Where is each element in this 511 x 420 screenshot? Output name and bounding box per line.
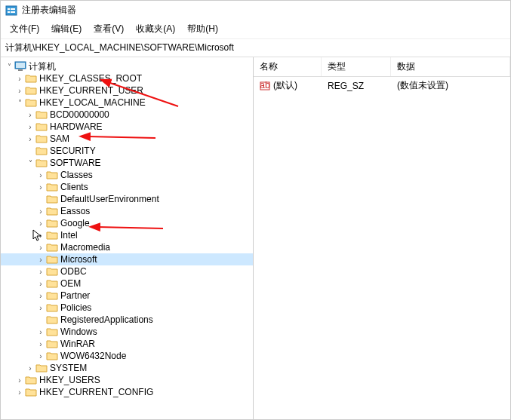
tree-label: HKEY_USERS (39, 375, 100, 385)
folder-icon (35, 121, 48, 132)
folder-icon (25, 97, 37, 108)
svg-rect-6 (16, 63, 25, 68)
tree-macromedia[interactable]: ›Macromedia (1, 241, 253, 253)
folder-icon (46, 314, 58, 325)
svg-rect-0 (6, 6, 17, 15)
tree-oem[interactable]: ›OEM (1, 277, 253, 290)
expand-icon[interactable]: › (35, 183, 46, 192)
tree-classes[interactable]: ›Classes (1, 169, 253, 181)
cell-name: ab (默认) (254, 78, 322, 93)
tree-hku[interactable]: ›HKEY_USERS (1, 374, 253, 386)
list-pane[interactable]: 名称 类型 数据 ab (默认) REG_SZ (数值未设置) (254, 57, 510, 420)
folder-icon (35, 146, 48, 156)
expand-icon[interactable]: › (35, 304, 46, 312)
tree-label: Policies (60, 302, 91, 313)
expand-icon[interactable]: › (35, 352, 46, 360)
tree-label: SECURITY (50, 146, 96, 156)
tree-regapps[interactable]: RegisteredApplications (1, 314, 253, 326)
computer-icon (14, 61, 26, 72)
tree-hkcu[interactable]: › HKEY_CURRENT_USER (1, 84, 253, 97)
tree-label: SOFTWARE (50, 158, 101, 168)
tree-winrar[interactable]: ›WinRAR (1, 338, 253, 350)
tree-sam[interactable]: ›SAM (1, 133, 253, 145)
menu-view[interactable]: 查看(V) (89, 21, 128, 37)
expand-icon[interactable]: › (35, 268, 46, 276)
tree-policies[interactable]: ›Policies (1, 302, 253, 314)
expand-icon[interactable]: › (35, 292, 46, 300)
title-bar: 注册表编辑器 (1, 1, 510, 20)
tree-hkcc[interactable]: ›HKEY_CURRENT_CONFIG (1, 386, 253, 398)
expand-icon[interactable]: › (14, 388, 25, 397)
tree-label: HARDWARE (50, 121, 103, 132)
tree-label: DefaultUserEnvironment (60, 194, 159, 204)
expand-icon[interactable]: › (14, 376, 25, 385)
expand-icon[interactable]: › (14, 75, 25, 83)
tree-label: 计算机 (29, 60, 56, 73)
tree-software[interactable]: ˅SOFTWARE (1, 157, 253, 169)
address-bar[interactable]: 计算机\HKEY_LOCAL_MACHINE\SOFTWARE\Microsof… (1, 38, 510, 57)
tree-wow64[interactable]: ›WOW6432Node (1, 350, 253, 362)
tree-partner[interactable]: ›Partner (1, 290, 253, 302)
menu-edit[interactable]: 编辑(E) (47, 21, 86, 37)
cell-type: REG_SZ (322, 80, 391, 92)
expand-icon[interactable]: ˅ (25, 159, 35, 167)
col-header-name[interactable]: 名称 (254, 57, 322, 76)
tree-odbc[interactable]: ›ODBC (1, 265, 253, 277)
tree-label: Intel (60, 230, 78, 241)
col-header-type[interactable]: 类型 (322, 57, 391, 76)
tree-eassos[interactable]: ›Eassos (1, 205, 253, 217)
folder-icon (46, 326, 58, 337)
list-header[interactable]: 名称 类型 数据 (254, 57, 510, 77)
folder-icon (46, 290, 58, 301)
tree-hardware[interactable]: ›HARDWARE (1, 121, 253, 133)
expand-icon[interactable]: › (14, 87, 25, 95)
svg-text:ab: ab (260, 81, 270, 90)
expand-icon[interactable]: ˅ (14, 99, 25, 107)
svg-rect-2 (11, 8, 15, 10)
tree-windows[interactable]: ›Windows (1, 326, 253, 338)
tree-due[interactable]: DefaultUserEnvironment (1, 193, 253, 205)
expand-icon[interactable]: › (35, 219, 46, 228)
folder-icon (46, 266, 58, 277)
folder-icon (46, 254, 58, 265)
menu-favorites[interactable]: 收藏夹(A) (131, 21, 180, 37)
tree-security[interactable]: SECURITY (1, 145, 253, 157)
tree-root[interactable]: ˅ 计算机 (1, 60, 253, 72)
expand-icon[interactable]: › (25, 135, 35, 143)
window-title: 注册表编辑器 (22, 4, 76, 17)
folder-icon (46, 170, 58, 180)
tree-label: HKEY_CURRENT_CONFIG (39, 387, 153, 397)
tree-clients[interactable]: ›Clients (1, 181, 253, 193)
tree-label: Google (60, 218, 90, 228)
expand-icon[interactable]: › (35, 280, 46, 288)
tree-bcd[interactable]: ›BCD00000000 (1, 109, 253, 121)
expand-icon[interactable]: › (25, 364, 35, 372)
tree-label: Classes (60, 170, 93, 180)
tree-label: SYSTEM (50, 363, 87, 373)
expand-icon[interactable]: › (35, 328, 46, 336)
expand-icon[interactable]: › (35, 256, 46, 264)
list-row[interactable]: ab (默认) REG_SZ (数值未设置) (254, 77, 510, 94)
expand-icon[interactable]: ˅ (4, 63, 14, 71)
tree-label: OEM (60, 278, 81, 289)
expand-icon[interactable]: › (35, 207, 46, 216)
svg-rect-7 (18, 69, 23, 71)
expand-icon[interactable]: › (25, 111, 35, 119)
tree-system[interactable]: ›SYSTEM (1, 362, 253, 374)
tree-microsoft[interactable]: ›Microsoft (1, 253, 253, 265)
folder-icon (25, 387, 37, 397)
menu-help[interactable]: 帮助(H) (183, 21, 223, 37)
tree-hklm[interactable]: ˅ HKEY_LOCAL_MACHINE (1, 97, 253, 109)
tree-label: HKEY_CURRENT_USER (39, 85, 143, 96)
expand-icon[interactable]: › (35, 340, 46, 348)
tree-hkcr[interactable]: › HKEY_CLASSES_ROOT (1, 72, 253, 84)
tree-label: WinRAR (60, 339, 95, 349)
col-header-data[interactable]: 数据 (391, 57, 510, 76)
menu-file[interactable]: 文件(F) (5, 21, 44, 37)
folder-icon (46, 218, 58, 228)
expand-icon[interactable]: › (35, 171, 46, 179)
folder-icon (46, 351, 58, 361)
expand-icon[interactable]: › (35, 244, 46, 252)
tree-google[interactable]: ›Google (1, 217, 253, 229)
expand-icon[interactable]: › (25, 123, 35, 131)
